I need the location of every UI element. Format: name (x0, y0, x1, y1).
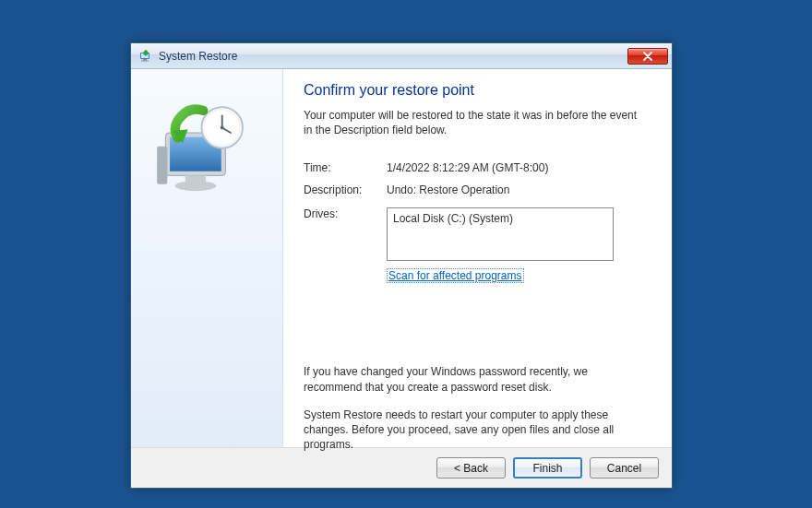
system-restore-icon (138, 49, 153, 64)
intro-text: Your computer will be restored to the st… (304, 108, 648, 137)
time-row: Time: 1/4/2022 8:12:29 AM (GMT-8:00) (304, 161, 648, 174)
drives-label: Drives: (304, 207, 387, 261)
titlebar: System Restore (131, 43, 672, 69)
body: Confirm your restore point Your computer… (131, 69, 672, 447)
close-icon (643, 52, 652, 61)
svg-point-13 (221, 126, 224, 130)
description-row: Description: Undo: Restore Operation (304, 183, 648, 196)
drives-row: Drives: Local Disk (C:) (System) (304, 207, 648, 261)
close-button[interactable] (627, 48, 668, 65)
restore-illustration-icon (147, 97, 267, 217)
time-value: 1/4/2022 8:12:29 AM (GMT-8:00) (387, 161, 548, 174)
restart-note: System Restore needs to restart your com… (304, 408, 648, 453)
system-restore-window: System Restore (130, 42, 673, 489)
time-label: Time: (304, 161, 387, 174)
window-title: System Restore (159, 50, 627, 63)
description-label: Description: (304, 183, 387, 196)
finish-button[interactable]: Finish (513, 457, 582, 478)
description-value: Undo: Restore Operation (387, 183, 509, 196)
drive-item[interactable]: Local Disk (C:) (System) (393, 212, 607, 225)
page-heading: Confirm your restore point (304, 82, 648, 99)
svg-rect-3 (141, 60, 149, 61)
scan-affected-programs-link[interactable]: Scan for affected programs (387, 268, 524, 283)
cancel-button[interactable]: Cancel (590, 457, 659, 478)
sidebar (131, 69, 283, 447)
drives-listbox[interactable]: Local Disk (C:) (System) (387, 207, 614, 261)
svg-rect-8 (157, 147, 167, 184)
back-button[interactable]: < Back (436, 457, 506, 478)
svg-point-7 (175, 181, 217, 191)
footer: < Back Finish Cancel (131, 447, 672, 488)
password-note: If you have changed your Windows passwor… (304, 364, 648, 394)
svg-rect-2 (143, 59, 147, 61)
content: Confirm your restore point Your computer… (283, 69, 672, 447)
